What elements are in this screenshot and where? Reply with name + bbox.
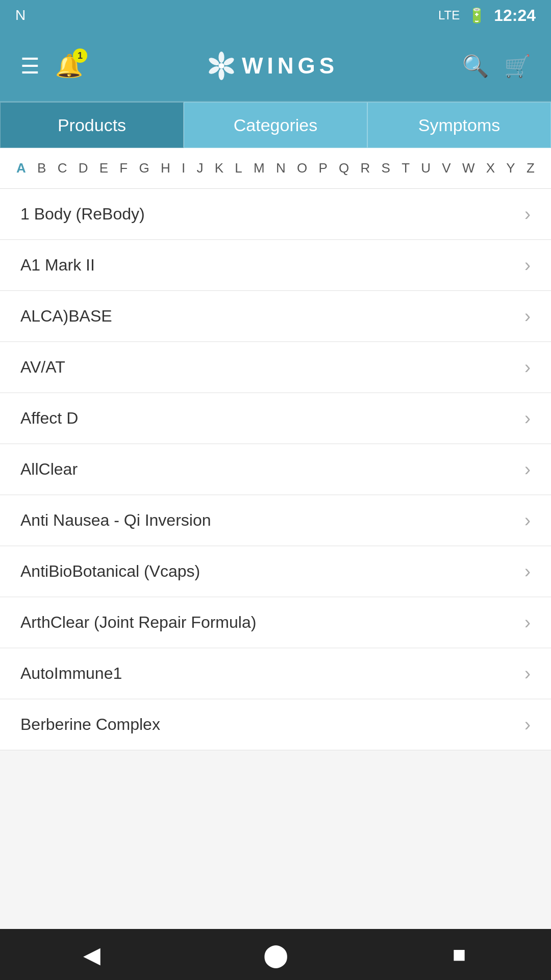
alpha-letter-i[interactable]: I: [181, 158, 186, 178]
status-time: 12:24: [494, 6, 536, 25]
product-list-item[interactable]: ArthClear (Joint Repair Formula)›: [0, 597, 551, 648]
product-name: Berberine Complex: [20, 715, 160, 734]
product-name: ALCA)BASE: [20, 307, 112, 326]
alpha-letter-s[interactable]: S: [381, 158, 391, 178]
alpha-letter-k[interactable]: K: [214, 158, 224, 178]
recent-apps-button[interactable]: ■: [434, 929, 485, 980]
svg-point-1: [222, 56, 235, 67]
alpha-letter-c[interactable]: C: [57, 158, 68, 178]
tab-products[interactable]: Products: [0, 102, 184, 148]
logo-area: WINGS: [83, 52, 462, 80]
search-icon[interactable]: 🔍: [462, 54, 489, 79]
alpha-letter-b[interactable]: B: [36, 158, 47, 178]
product-list-item[interactable]: Anti Nausea - Qi Inversion›: [0, 495, 551, 546]
signal-icon: LTE: [438, 8, 460, 22]
alpha-letter-g[interactable]: G: [138, 158, 150, 178]
svg-point-4: [208, 65, 220, 76]
notification-badge: 1: [73, 48, 87, 63]
product-name: AntiBioBotanical (Vcaps): [20, 562, 200, 581]
alpha-letter-h[interactable]: H: [160, 158, 171, 178]
product-name: AllClear: [20, 460, 78, 479]
status-bar: N LTE 🔋 12:24: [0, 0, 551, 31]
product-name: ArthClear (Joint Repair Formula): [20, 613, 256, 632]
home-button[interactable]: ⬤: [250, 929, 301, 980]
chevron-right-icon: ›: [524, 612, 531, 633]
product-name: AutoImmune1: [20, 664, 122, 683]
logo-text: WINGS: [242, 53, 338, 79]
svg-point-0: [218, 52, 224, 63]
product-list-item[interactable]: AV/AT›: [0, 342, 551, 393]
product-list-item[interactable]: 1 Body (ReBody)›: [0, 189, 551, 240]
svg-point-5: [208, 56, 220, 67]
alpha-letter-e[interactable]: E: [98, 158, 109, 178]
alpha-letter-x[interactable]: X: [485, 158, 496, 178]
svg-point-3: [218, 69, 224, 80]
nav-bar: ☰ 🔔 1 WINGS 🔍 🛒: [0, 31, 551, 102]
alpha-letter-j[interactable]: J: [195, 158, 204, 178]
alpha-letter-p[interactable]: P: [317, 158, 328, 178]
wings-logo-icon: [207, 52, 236, 80]
svg-point-2: [222, 65, 235, 76]
alpha-letter-o[interactable]: O: [296, 158, 308, 178]
product-list-item[interactable]: Affect D›: [0, 393, 551, 444]
menu-icon[interactable]: ☰: [20, 54, 40, 79]
product-name: Anti Nausea - Qi Inversion: [20, 511, 211, 530]
product-list-item[interactable]: AllClear›: [0, 444, 551, 495]
alpha-letter-y[interactable]: Y: [505, 158, 516, 178]
alpha-letter-a[interactable]: A: [15, 158, 27, 178]
alpha-letter-q[interactable]: Q: [338, 158, 350, 178]
status-right: LTE 🔋 12:24: [438, 6, 536, 25]
product-list-item[interactable]: ALCA)BASE›: [0, 291, 551, 342]
brand-icon: N: [15, 7, 26, 23]
chevron-right-icon: ›: [524, 561, 531, 582]
chevron-right-icon: ›: [524, 714, 531, 736]
alpha-letter-w[interactable]: W: [461, 158, 476, 178]
chevron-right-icon: ›: [524, 663, 531, 684]
chevron-right-icon: ›: [524, 510, 531, 531]
tab-categories[interactable]: Categories: [184, 102, 367, 148]
battery-icon: 🔋: [468, 7, 486, 24]
product-list-item[interactable]: A1 Mark II›: [0, 240, 551, 291]
svg-point-6: [218, 63, 224, 68]
chevron-right-icon: ›: [524, 408, 531, 429]
chevron-right-icon: ›: [524, 204, 531, 225]
alpha-letter-n[interactable]: N: [275, 158, 287, 178]
nav-right: 🔍 🛒: [462, 54, 531, 79]
tab-bar: Products Categories Symptoms: [0, 102, 551, 148]
chevron-right-icon: ›: [524, 459, 531, 480]
product-list-item[interactable]: AutoImmune1›: [0, 648, 551, 699]
chevron-right-icon: ›: [524, 255, 531, 276]
alpha-letter-v[interactable]: V: [441, 158, 452, 178]
tab-symptoms[interactable]: Symptoms: [367, 102, 551, 148]
bottom-nav: ◀ ⬤ ■: [0, 929, 551, 980]
product-name: A1 Mark II: [20, 256, 95, 275]
alpha-letter-u[interactable]: U: [420, 158, 432, 178]
alpha-letter-d[interactable]: D: [78, 158, 89, 178]
alpha-letter-t[interactable]: T: [400, 158, 411, 178]
nav-left: ☰ 🔔 1: [20, 53, 83, 79]
cart-icon[interactable]: 🛒: [504, 54, 531, 79]
product-list-item[interactable]: AntiBioBotanical (Vcaps)›: [0, 546, 551, 597]
alpha-letter-f[interactable]: F: [118, 158, 129, 178]
chevron-right-icon: ›: [524, 306, 531, 327]
product-list-item[interactable]: Berberine Complex›: [0, 699, 551, 750]
product-name: Affect D: [20, 409, 78, 428]
notification-button[interactable]: 🔔 1: [55, 53, 83, 79]
product-name: 1 Body (ReBody): [20, 205, 145, 224]
product-name: AV/AT: [20, 358, 65, 377]
alpha-letter-l[interactable]: L: [234, 158, 243, 178]
product-list: 1 Body (ReBody)›A1 Mark II›ALCA)BASE›AV/…: [0, 189, 551, 750]
alpha-letter-z[interactable]: Z: [525, 158, 536, 178]
back-button[interactable]: ◀: [66, 929, 117, 980]
alpha-letter-r[interactable]: R: [360, 158, 371, 178]
alphabet-bar: ABCDEFGHIJKLMNOPQRSTUVWXYZ: [0, 148, 551, 189]
chevron-right-icon: ›: [524, 357, 531, 378]
status-left: N: [15, 7, 26, 23]
alpha-letter-m[interactable]: M: [253, 158, 266, 178]
